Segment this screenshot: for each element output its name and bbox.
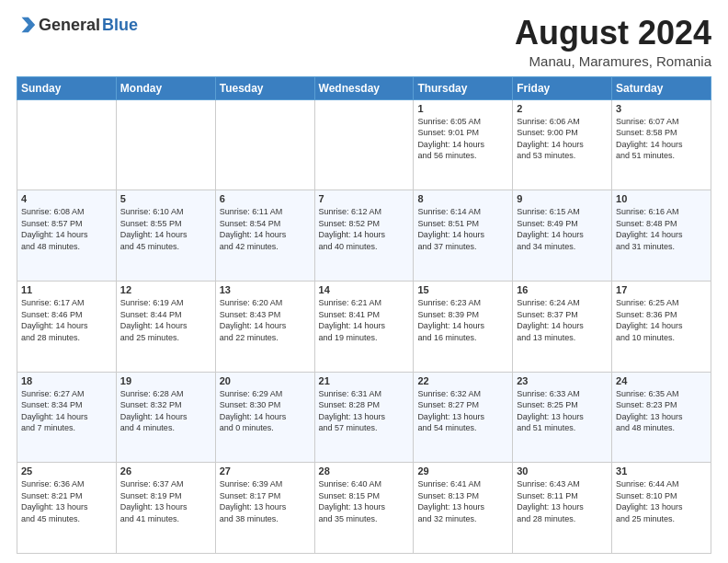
weekday-header-friday: Friday (513, 76, 612, 99)
day-cell: 11Sunrise: 6:17 AM Sunset: 8:46 PM Dayli… (17, 281, 117, 372)
day-number: 15 (417, 284, 508, 295)
day-info: Sunrise: 6:25 AM Sunset: 8:36 PM Dayligh… (616, 297, 707, 343)
day-cell (215, 99, 314, 190)
day-cell (17, 99, 117, 190)
day-info: Sunrise: 6:28 AM Sunset: 8:32 PM Dayligh… (120, 388, 211, 434)
day-info: Sunrise: 6:20 AM Sunset: 8:43 PM Dayligh… (220, 297, 311, 343)
day-number: 8 (417, 193, 508, 204)
day-number: 26 (120, 465, 211, 477)
day-number: 7 (319, 193, 410, 204)
day-info: Sunrise: 6:08 AM Sunset: 8:57 PM Dayligh… (21, 206, 112, 252)
day-number: 9 (517, 193, 608, 204)
day-number: 3 (616, 103, 707, 114)
week-row-2: 4Sunrise: 6:08 AM Sunset: 8:57 PM Daylig… (17, 190, 711, 282)
day-info: Sunrise: 6:29 AM Sunset: 8:30 PM Dayligh… (220, 388, 311, 434)
day-number: 19 (120, 375, 211, 386)
day-cell: 19Sunrise: 6:28 AM Sunset: 8:32 PM Dayli… (116, 372, 215, 463)
day-cell (116, 99, 215, 190)
day-number: 17 (616, 284, 707, 295)
day-number: 6 (220, 193, 311, 204)
day-info: Sunrise: 6:41 AM Sunset: 8:13 PM Dayligh… (417, 478, 508, 524)
day-info: Sunrise: 6:37 AM Sunset: 8:19 PM Dayligh… (120, 478, 211, 524)
day-cell: 28Sunrise: 6:40 AM Sunset: 8:15 PM Dayli… (314, 463, 414, 554)
day-cell: 6Sunrise: 6:11 AM Sunset: 8:54 PM Daylig… (215, 190, 314, 282)
logo-area: General Blue (17, 15, 138, 35)
day-number: 23 (517, 375, 608, 386)
weekday-header-monday: Monday (116, 76, 215, 99)
day-cell: 26Sunrise: 6:37 AM Sunset: 8:19 PM Dayli… (116, 463, 215, 554)
day-info: Sunrise: 6:31 AM Sunset: 8:28 PM Dayligh… (319, 388, 410, 434)
day-cell: 31Sunrise: 6:44 AM Sunset: 8:10 PM Dayli… (612, 463, 711, 554)
weekday-header-sunday: Sunday (17, 76, 117, 99)
day-number: 21 (319, 375, 410, 386)
day-cell: 17Sunrise: 6:25 AM Sunset: 8:36 PM Dayli… (612, 281, 711, 372)
day-info: Sunrise: 6:43 AM Sunset: 8:11 PM Dayligh… (517, 478, 608, 524)
day-number: 2 (517, 103, 608, 114)
day-number: 1 (417, 103, 508, 114)
location: Manau, Maramures, Romania (515, 53, 711, 69)
day-cell: 20Sunrise: 6:29 AM Sunset: 8:30 PM Dayli… (215, 372, 314, 463)
logo: General Blue (17, 15, 138, 35)
day-cell: 16Sunrise: 6:24 AM Sunset: 8:37 PM Dayli… (513, 281, 612, 372)
day-number: 14 (319, 284, 410, 295)
day-info: Sunrise: 6:23 AM Sunset: 8:39 PM Dayligh… (417, 297, 508, 343)
day-number: 29 (417, 465, 508, 477)
week-row-4: 18Sunrise: 6:27 AM Sunset: 8:34 PM Dayli… (17, 372, 711, 463)
day-cell: 23Sunrise: 6:33 AM Sunset: 8:25 PM Dayli… (513, 372, 612, 463)
day-number: 31 (616, 465, 707, 477)
day-info: Sunrise: 6:21 AM Sunset: 8:41 PM Dayligh… (319, 297, 410, 343)
week-row-5: 25Sunrise: 6:36 AM Sunset: 8:21 PM Dayli… (17, 463, 711, 554)
day-info: Sunrise: 6:16 AM Sunset: 8:48 PM Dayligh… (616, 206, 707, 252)
logo-blue: Blue (102, 16, 138, 35)
day-number: 27 (220, 465, 311, 477)
logo-general: General (39, 16, 100, 35)
day-cell: 1Sunrise: 6:05 AM Sunset: 9:01 PM Daylig… (414, 99, 513, 190)
day-number: 11 (21, 284, 112, 295)
day-number: 22 (417, 375, 508, 386)
day-cell: 14Sunrise: 6:21 AM Sunset: 8:41 PM Dayli… (314, 281, 414, 372)
day-number: 5 (120, 193, 211, 204)
svg-marker-0 (22, 17, 36, 33)
day-number: 16 (517, 284, 608, 295)
weekday-header-thursday: Thursday (414, 76, 513, 99)
day-info: Sunrise: 6:05 AM Sunset: 9:01 PM Dayligh… (417, 116, 508, 162)
day-cell: 8Sunrise: 6:14 AM Sunset: 8:51 PM Daylig… (414, 190, 513, 282)
day-number: 25 (21, 465, 112, 477)
day-number: 20 (220, 375, 311, 386)
day-number: 12 (120, 284, 211, 295)
calendar: SundayMondayTuesdayWednesdayThursdayFrid… (17, 76, 711, 554)
day-cell: 13Sunrise: 6:20 AM Sunset: 8:43 PM Dayli… (215, 281, 314, 372)
day-cell: 30Sunrise: 6:43 AM Sunset: 8:11 PM Dayli… (513, 463, 612, 554)
day-cell: 25Sunrise: 6:36 AM Sunset: 8:21 PM Dayli… (17, 463, 117, 554)
day-cell: 21Sunrise: 6:31 AM Sunset: 8:28 PM Dayli… (314, 372, 414, 463)
day-cell: 10Sunrise: 6:16 AM Sunset: 8:48 PM Dayli… (612, 190, 711, 282)
day-info: Sunrise: 6:24 AM Sunset: 8:37 PM Dayligh… (517, 297, 608, 343)
day-number: 13 (220, 284, 311, 295)
day-number: 28 (319, 465, 410, 477)
title-area: August 2024 Manau, Maramures, Romania (515, 15, 711, 69)
day-info: Sunrise: 6:32 AM Sunset: 8:27 PM Dayligh… (417, 388, 508, 434)
day-number: 10 (616, 193, 707, 204)
day-cell: 2Sunrise: 6:06 AM Sunset: 9:00 PM Daylig… (513, 99, 612, 190)
day-cell: 22Sunrise: 6:32 AM Sunset: 8:27 PM Dayli… (414, 372, 513, 463)
day-info: Sunrise: 6:36 AM Sunset: 8:21 PM Dayligh… (21, 478, 112, 524)
weekday-header-tuesday: Tuesday (215, 76, 314, 99)
page: General Blue August 2024 Manau, Maramure… (0, 0, 728, 563)
day-number: 24 (616, 375, 707, 386)
weekday-header-row: SundayMondayTuesdayWednesdayThursdayFrid… (17, 76, 711, 99)
day-info: Sunrise: 6:15 AM Sunset: 8:49 PM Dayligh… (517, 206, 608, 252)
weekday-header-saturday: Saturday (612, 76, 711, 99)
day-cell: 9Sunrise: 6:15 AM Sunset: 8:49 PM Daylig… (513, 190, 612, 282)
day-info: Sunrise: 6:06 AM Sunset: 9:00 PM Dayligh… (517, 116, 608, 162)
day-cell: 5Sunrise: 6:10 AM Sunset: 8:55 PM Daylig… (116, 190, 215, 282)
month-title: August 2024 (515, 15, 711, 52)
day-info: Sunrise: 6:40 AM Sunset: 8:15 PM Dayligh… (319, 478, 410, 524)
day-cell (314, 99, 414, 190)
day-info: Sunrise: 6:27 AM Sunset: 8:34 PM Dayligh… (21, 388, 112, 434)
day-number: 18 (21, 375, 112, 386)
day-cell: 27Sunrise: 6:39 AM Sunset: 8:17 PM Dayli… (215, 463, 314, 554)
day-info: Sunrise: 6:07 AM Sunset: 8:58 PM Dayligh… (616, 116, 707, 162)
day-cell: 24Sunrise: 6:35 AM Sunset: 8:23 PM Dayli… (612, 372, 711, 463)
day-info: Sunrise: 6:39 AM Sunset: 8:17 PM Dayligh… (220, 478, 311, 524)
day-number: 4 (21, 193, 112, 204)
